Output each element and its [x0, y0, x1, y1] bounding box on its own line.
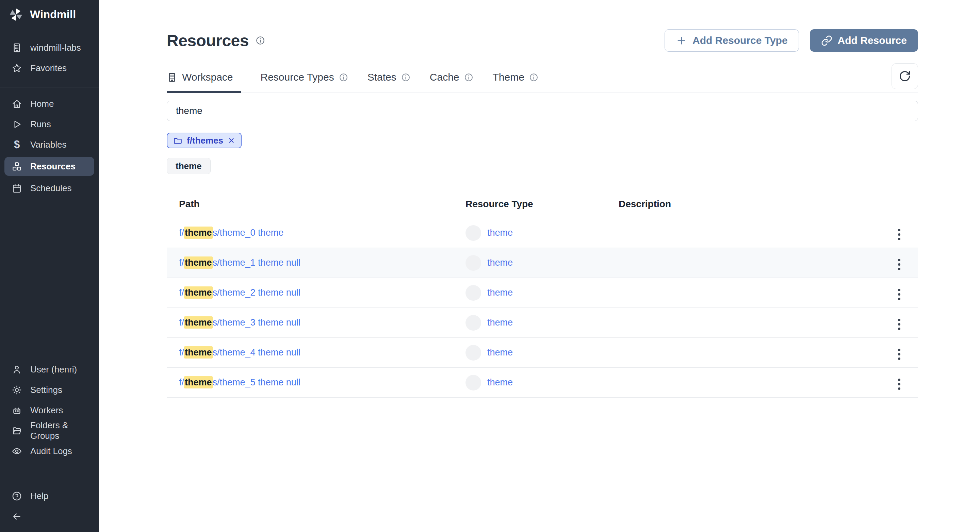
row-menu-button[interactable]: [895, 376, 903, 392]
tab-resource-types[interactable]: Resource Types: [261, 71, 348, 93]
table-row[interactable]: f/themes/theme_3 theme null theme: [167, 308, 918, 338]
tab-cache[interactable]: Cache: [430, 71, 473, 93]
description-cell: [606, 218, 870, 248]
sidebar-item-user[interactable]: User (henri): [0, 359, 99, 380]
search-match-highlight: theme: [184, 346, 213, 359]
sidebar-item-workspace[interactable]: windmill-labs: [0, 37, 99, 58]
dollar-icon: $: [11, 138, 22, 151]
tab-states[interactable]: States: [368, 71, 410, 93]
folder-icon: [173, 136, 182, 145]
resource-type-link[interactable]: theme: [487, 287, 513, 298]
tab-label: Resource Types: [261, 71, 334, 83]
table-row[interactable]: f/themes/theme_5 theme null theme: [167, 368, 918, 398]
search-match-highlight: theme: [184, 256, 213, 269]
sidebar-item-home[interactable]: Home: [0, 94, 99, 114]
path-cell: f/themes/theme_2 theme null: [167, 278, 459, 308]
actions-cell: [870, 218, 918, 248]
sidebar-item-resources[interactable]: Resources: [5, 157, 94, 176]
row-menu-button[interactable]: [895, 346, 903, 363]
tab-bar: Workspace Resource Types States Cache: [167, 71, 918, 93]
tab-label: Cache: [430, 71, 460, 83]
sidebar-item-folders-groups[interactable]: Folders & Groups: [0, 421, 99, 441]
search-match-highlight: theme: [184, 286, 213, 299]
sidebar-item-help[interactable]: Help: [0, 486, 99, 506]
refresh-button[interactable]: [891, 63, 918, 89]
resource-type-link[interactable]: theme: [487, 257, 513, 268]
sidebar-workspace-section: windmill-labs Favorites: [0, 29, 99, 87]
info-icon: [529, 73, 538, 82]
row-menu-button[interactable]: [895, 256, 903, 273]
sidebar-item-favorites[interactable]: Favorites: [0, 58, 99, 78]
sidebar-item-runs[interactable]: Runs: [0, 114, 99, 134]
resources-table: Path Resource Type Description f/themes/…: [167, 189, 918, 398]
table-row[interactable]: f/themes/theme_1 theme null theme: [167, 248, 918, 278]
add-resource-type-button[interactable]: Add Resource Type: [665, 29, 799, 52]
row-menu-button[interactable]: [895, 286, 903, 303]
eye-icon: [11, 446, 22, 456]
tab-theme[interactable]: Theme: [493, 71, 538, 93]
row-menu-button[interactable]: [895, 316, 903, 333]
actions-cell: [870, 368, 918, 398]
column-header-description: Description: [606, 189, 870, 218]
resource-type-avatar: [466, 225, 481, 241]
resource-type-avatar: [466, 255, 481, 271]
resource-path-link[interactable]: f/themes/theme_2 theme null: [179, 286, 301, 299]
tab-label: Theme: [493, 71, 524, 83]
resource-type-link[interactable]: theme: [487, 227, 513, 238]
sidebar-item-settings[interactable]: Settings: [0, 380, 99, 400]
folder-filter-chip[interactable]: f/themes: [167, 133, 242, 148]
tab-workspace[interactable]: Workspace: [167, 71, 241, 93]
table-row[interactable]: f/themes/theme_2 theme null theme: [167, 278, 918, 308]
table-row[interactable]: f/themes/theme_0 theme theme: [167, 218, 918, 248]
sidebar-nav: Home Runs $ Variables Resources: [0, 87, 99, 198]
column-header-actions: [870, 189, 918, 218]
sidebar-item-variables[interactable]: $ Variables: [0, 134, 99, 155]
description-cell: [606, 278, 870, 308]
sidebar-collapse-button[interactable]: [0, 506, 99, 527]
resource-path-link[interactable]: f/themes/theme_5 theme null: [179, 376, 301, 389]
path-cell: f/themes/theme_3 theme null: [167, 308, 459, 338]
sidebar-item-label: Variables: [30, 140, 66, 150]
folder-open-icon: [11, 426, 22, 436]
resource-path-link[interactable]: f/themes/theme_3 theme null: [179, 316, 301, 329]
robot-icon: [11, 405, 22, 416]
actions-cell: [870, 308, 918, 338]
actions-cell: [870, 248, 918, 278]
resource-path-link[interactable]: f/themes/theme_1 theme null: [179, 256, 301, 269]
resource-path-link[interactable]: f/themes/theme_4 theme null: [179, 346, 301, 359]
add-resource-button[interactable]: Add Resource: [810, 29, 918, 52]
tab-label: Workspace: [182, 71, 233, 83]
resource-type-link[interactable]: theme: [487, 377, 513, 388]
description-cell: [606, 368, 870, 398]
gear-icon: [11, 385, 22, 395]
sidebar-item-label: User (henri): [30, 364, 77, 375]
actions-cell: [870, 278, 918, 308]
table-row[interactable]: f/themes/theme_4 theme null theme: [167, 338, 918, 368]
resource-type-link[interactable]: theme: [487, 347, 513, 358]
app-logo[interactable]: Windmill: [0, 0, 99, 29]
home-icon: [11, 98, 22, 109]
building-icon: [11, 43, 22, 53]
building-icon: [167, 72, 177, 83]
search-match-highlight: theme: [184, 227, 213, 239]
cubes-icon: [11, 161, 22, 172]
sidebar-item-label: Audit Logs: [30, 446, 72, 456]
sidebar-item-audit-logs[interactable]: Audit Logs: [0, 441, 99, 461]
resource-path-link[interactable]: f/themes/theme_0 theme: [179, 227, 283, 239]
info-icon: [464, 73, 473, 82]
sidebar-item-label: Schedules: [30, 183, 72, 194]
sidebar-item-schedules[interactable]: Schedules: [0, 178, 99, 198]
remove-folder-filter-button[interactable]: [228, 137, 235, 144]
sidebar-item-workers[interactable]: Workers: [0, 400, 99, 421]
resource-type-link[interactable]: theme: [487, 318, 513, 328]
resource-type-cell: theme: [459, 218, 606, 248]
search-term-badge: theme: [167, 158, 211, 174]
search-input[interactable]: [167, 101, 918, 121]
row-menu-button[interactable]: [895, 226, 903, 243]
resource-type-cell: theme: [459, 308, 606, 338]
column-header-path: Path: [167, 189, 459, 218]
info-icon[interactable]: [256, 36, 265, 45]
page-title: Resources: [167, 31, 249, 50]
sidebar-item-label: Favorites: [30, 63, 67, 73]
path-cell: f/themes/theme_4 theme null: [167, 338, 459, 368]
